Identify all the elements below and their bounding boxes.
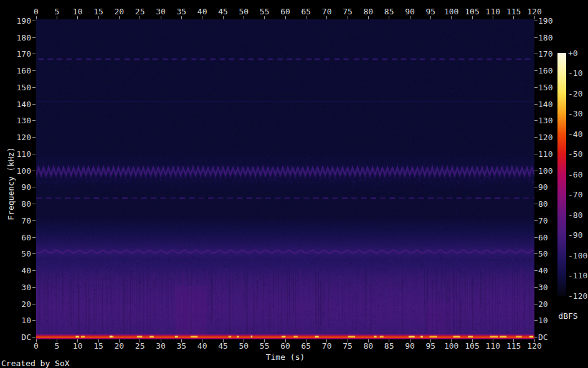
x-axis-tick-label: 80 [364, 342, 374, 350]
x-axis-tick-label: 110 [486, 342, 500, 350]
y-axis-tick-label: DC [538, 333, 548, 341]
colorbar-tick-label: -110 [568, 271, 587, 280]
y-axis-tick-mark [32, 270, 36, 271]
x-axis-tick-mark [285, 339, 286, 342]
x-axis-tick-mark [368, 339, 369, 342]
y-axis-tick-label: 30 [538, 283, 548, 291]
y-axis-tick-label: 190 [0, 17, 31, 25]
x-axis-tick-mark [264, 339, 265, 342]
y-axis-tick-mark [32, 37, 36, 38]
y-axis-tick-label: 100 [538, 167, 552, 175]
y-axis-tick-label: 150 [0, 83, 31, 92]
x-axis-tick-mark [513, 339, 514, 342]
colorbar-tick-label: -20 [568, 90, 582, 98]
y-axis-tick-label: 120 [538, 133, 552, 141]
y-axis-tick-mark [534, 287, 538, 288]
x-axis-tick-label: 5 [54, 342, 59, 350]
y-axis-tick-label: 190 [538, 17, 552, 25]
spectrogram-window: Frequency (kHz) Time (s) +0-10-20-30-40-… [0, 0, 588, 368]
x-axis-tick-mark [410, 16, 410, 19]
x-axis-tick-mark [161, 16, 161, 19]
y-axis-tick-mark [534, 171, 538, 171]
x-axis-tick-label: 15 [93, 342, 103, 350]
x-axis-tick-label: 85 [384, 342, 394, 350]
x-axis-tick-label: 90 [405, 7, 415, 16]
x-axis-tick-label: 120 [527, 7, 541, 16]
x-axis-tick-label: 85 [384, 7, 394, 16]
x-axis-tick-label: 60 [280, 342, 290, 350]
y-axis-tick-mark [534, 253, 538, 254]
x-axis-tick-label: 100 [444, 342, 458, 350]
x-axis-tick-mark [244, 16, 244, 19]
x-axis-tick-mark [389, 16, 389, 19]
y-axis-tick-mark [534, 320, 538, 321]
colorbar-tick-label: -10 [568, 69, 582, 77]
y-axis-tick-mark [534, 337, 538, 337]
y-axis-tick-mark [534, 237, 538, 238]
y-axis-tick-mark [534, 87, 538, 88]
y-axis-tick-mark [534, 137, 538, 138]
x-axis-tick-mark [410, 339, 410, 342]
y-axis-tick-mark [32, 253, 36, 254]
y-axis-tick-mark [534, 37, 538, 38]
colorbar-tick-label: -50 [568, 150, 582, 158]
y-axis-tick-label: 90 [0, 183, 31, 191]
x-axis-tick-mark [451, 16, 452, 19]
colorbar-tick-label: -40 [568, 130, 582, 138]
x-axis-tick-mark [326, 16, 327, 19]
y-axis-tick-label: 40 [538, 267, 548, 275]
x-axis-tick-label: 75 [343, 342, 353, 350]
y-axis-tick-label: 170 [0, 50, 31, 58]
y-axis-tick-mark [534, 270, 538, 271]
y-axis-tick-mark [534, 304, 538, 304]
y-axis-tick-label: 130 [0, 116, 31, 125]
x-axis-tick-label: 75 [343, 7, 353, 16]
x-axis-tick-label: 10 [73, 7, 83, 16]
x-axis-tick-mark [430, 16, 431, 19]
x-axis-tick-mark [513, 16, 514, 19]
x-axis-tick-label: 80 [364, 7, 374, 16]
x-axis-tick-label: 110 [486, 7, 500, 16]
x-axis-tick-label: 105 [465, 7, 479, 16]
y-axis-tick-mark [534, 21, 538, 21]
x-axis-tick-mark [119, 16, 120, 19]
y-axis-tick-mark [534, 54, 538, 54]
y-axis-tick-mark [32, 187, 36, 187]
x-axis-tick-mark [389, 339, 389, 342]
y-axis-tick-label: 80 [0, 200, 31, 208]
y-axis-tick-mark [32, 87, 36, 88]
x-axis-tick-label: 30 [156, 7, 166, 16]
x-axis-tick-label: 100 [444, 7, 458, 16]
x-axis-tick-label: 45 [218, 342, 228, 350]
y-axis-tick-label: 180 [538, 34, 552, 42]
y-axis-tick-mark [534, 104, 538, 105]
y-axis-tick-mark [32, 120, 36, 121]
colorbar-tick-label: -120 [568, 292, 587, 300]
y-axis-tick-label: 170 [538, 50, 552, 58]
x-axis-tick-mark [98, 16, 99, 19]
colorbar-tick-label: -70 [568, 191, 582, 199]
x-axis-tick-mark [326, 339, 327, 342]
x-axis-tick-label: 15 [93, 7, 103, 16]
colorbar-tick-label: -80 [568, 211, 582, 219]
x-axis-tick-mark [140, 339, 140, 342]
y-axis-tick-label: 20 [0, 300, 31, 308]
x-axis-tick-mark [57, 16, 57, 19]
colorbar-tick-label: -90 [568, 231, 582, 239]
y-axis-tick-label: 20 [538, 300, 548, 308]
x-axis-tick-mark [181, 16, 182, 19]
y-axis-tick-label: 160 [0, 67, 31, 75]
y-axis-tick-mark [32, 320, 36, 321]
colorbar-tick-label: -30 [568, 110, 582, 118]
x-axis-tick-label: 0 [34, 7, 39, 16]
y-axis-tick-mark [534, 220, 538, 221]
x-axis-tick-label: 95 [426, 342, 436, 350]
x-axis-tick-mark [264, 16, 265, 19]
x-axis-tick-mark [223, 339, 224, 342]
y-axis-tick-label: DC [0, 333, 31, 341]
x-axis-tick-mark [98, 339, 99, 342]
y-axis-tick-mark [32, 337, 36, 337]
y-axis-tick-mark [534, 204, 538, 204]
x-axis-tick-mark [472, 16, 473, 19]
y-axis-tick-label: 160 [538, 67, 552, 75]
